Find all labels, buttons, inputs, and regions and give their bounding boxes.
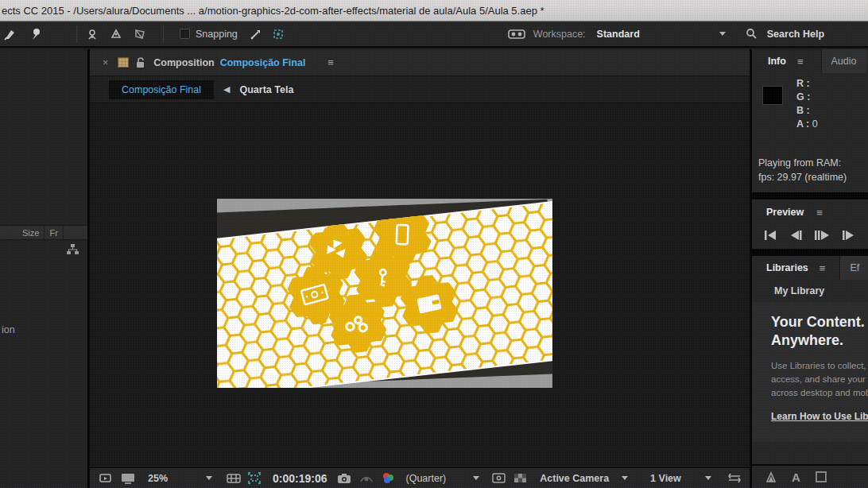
panel-icon bbox=[118, 57, 129, 68]
tab-libraries[interactable]: Libraries bbox=[766, 262, 808, 273]
color-swatch bbox=[762, 86, 783, 105]
libraries-menu-icon[interactable]: ≡ bbox=[820, 262, 826, 274]
next-frame-button[interactable] bbox=[841, 230, 855, 241]
grid-options-icon[interactable] bbox=[227, 473, 241, 484]
composition-name[interactable]: Composição Final bbox=[220, 57, 306, 68]
info-panel-header: Info ≡ Audio bbox=[752, 49, 868, 73]
unlock-icon[interactable] bbox=[135, 57, 145, 68]
current-timecode[interactable]: 0:00:19:06 bbox=[273, 472, 327, 485]
camera-orbit-tool-icon[interactable] bbox=[83, 26, 101, 42]
libraries-content: Your Content. Anywhere. Use Libraries to… bbox=[752, 302, 868, 442]
character-panel-icon[interactable]: A bbox=[792, 471, 800, 484]
camera-view-value[interactable]: Active Camera bbox=[540, 473, 609, 484]
composition-frame bbox=[217, 199, 552, 388]
panel-gap bbox=[752, 192, 868, 199]
libraries-body-line1: Use Libraries to collect, bbox=[771, 359, 868, 373]
composition-panel: × Composition Composição Final ≡ Composi… bbox=[90, 49, 750, 488]
pen-tool-icon[interactable] bbox=[2, 26, 19, 42]
workspace-value[interactable]: Standard bbox=[597, 29, 640, 40]
camera-dolly-tool-icon[interactable] bbox=[131, 26, 149, 42]
camera-view-caret[interactable] bbox=[622, 476, 628, 480]
view-layout-icon[interactable] bbox=[121, 473, 135, 484]
view-count-value[interactable]: 1 View bbox=[650, 473, 681, 484]
playback-status: Playing from RAM: bbox=[758, 157, 841, 168]
first-frame-button[interactable] bbox=[763, 230, 777, 241]
tab-info[interactable]: Info bbox=[768, 56, 786, 67]
composition-breadcrumb: Composição Final ◀ Quarta Tela bbox=[90, 76, 750, 103]
region-of-interest-icon[interactable] bbox=[247, 472, 262, 484]
info-panel-content: R : G : B : A : 0 Playing from RAM: fps:… bbox=[752, 73, 868, 192]
panel-menu-icon[interactable]: ≡ bbox=[327, 56, 334, 68]
snapping-label: Snapping bbox=[196, 29, 238, 40]
snapping-checkbox[interactable] bbox=[180, 29, 190, 39]
composition-viewport[interactable] bbox=[90, 103, 750, 467]
resolution-caret[interactable] bbox=[473, 476, 479, 480]
tab-audio[interactable]: Audio bbox=[821, 49, 866, 73]
previous-frame-button[interactable] bbox=[789, 230, 803, 241]
project-item-label-partial[interactable]: ion bbox=[2, 324, 15, 335]
project-columns-header: Size Fr bbox=[0, 225, 87, 240]
viewer-controls-bar: 25% 0:00:19:06 (Quarter) bbox=[90, 467, 750, 488]
breadcrumb-current-comp[interactable]: Composição Final bbox=[109, 80, 214, 99]
panel-title[interactable]: Composition bbox=[153, 57, 214, 68]
preview-panel-header: Preview ≡ bbox=[752, 199, 868, 225]
play-button[interactable] bbox=[814, 230, 830, 241]
mask-tool-icon[interactable] bbox=[765, 471, 777, 483]
libraries-heading-line2: Anywhere. bbox=[771, 331, 868, 350]
fast-previews-icon[interactable] bbox=[492, 473, 506, 483]
snap-bounds-icon[interactable] bbox=[269, 26, 287, 42]
snap-arrow-icon[interactable] bbox=[247, 26, 265, 42]
workspace-icon bbox=[508, 26, 525, 42]
library-selector[interactable]: My Library bbox=[752, 280, 868, 302]
search-icon[interactable] bbox=[743, 26, 761, 42]
column-framerate[interactable]: Fr bbox=[45, 226, 63, 239]
share-view-icon[interactable] bbox=[727, 473, 742, 483]
resolution-value[interactable]: (Quarter) bbox=[406, 473, 447, 484]
channel-a: A : 0 bbox=[796, 118, 818, 130]
search-help-label[interactable]: Search Help bbox=[767, 29, 824, 40]
libraries-body-line3: across desktop and mob bbox=[771, 386, 868, 400]
tab-effects-partial[interactable]: Ef bbox=[839, 256, 868, 280]
window-title: ects CC 2015 - /Users/alura/Documents ..… bbox=[0, 5, 544, 17]
libraries-panel-header: Libraries ≡ Ef bbox=[752, 256, 868, 280]
pan-behind-tool-icon[interactable] bbox=[27, 26, 45, 42]
workspace-label: Workspace: bbox=[533, 29, 586, 40]
view-count-caret[interactable] bbox=[705, 476, 711, 480]
channel-r: R : bbox=[796, 78, 810, 89]
info-menu-icon[interactable]: ≡ bbox=[797, 56, 804, 68]
show-channels-icon[interactable] bbox=[382, 472, 395, 484]
tab-preview[interactable]: Preview bbox=[766, 207, 804, 218]
right-panel-column: Info ≡ Audio R : G : B : A : 0 Playing f… bbox=[752, 49, 868, 488]
hierarchy-icon bbox=[65, 243, 79, 256]
title-bar: ects CC 2015 - /Users/alura/Documents ..… bbox=[0, 0, 868, 21]
breadcrumb-back-icon[interactable]: ◀ bbox=[223, 84, 230, 95]
tools-toolbar: Snapping Workspace: Standard Search Help bbox=[0, 21, 868, 48]
paragraph-panel-icon[interactable] bbox=[815, 471, 827, 483]
project-panel-sliver: Size Fr ion bbox=[0, 49, 87, 488]
panel-gap bbox=[752, 249, 868, 256]
close-icon[interactable]: × bbox=[103, 57, 108, 68]
channel-g: G : bbox=[796, 91, 810, 103]
magnification-value[interactable]: 25% bbox=[148, 473, 168, 484]
channel-b: B : bbox=[796, 105, 810, 116]
fps-status: fps: 29.97 (realtime) bbox=[758, 172, 847, 183]
preview-transport-controls bbox=[752, 225, 868, 249]
toolbar-divider bbox=[76, 25, 77, 43]
after-effects-window: ects CC 2015 - /Users/alura/Documents ..… bbox=[0, 0, 868, 488]
show-snapshot-icon[interactable] bbox=[359, 473, 374, 484]
composition-tab-bar: × Composition Composição Final ≡ bbox=[90, 49, 750, 76]
libraries-heading-line1: Your Content. bbox=[771, 313, 868, 331]
transparency-grid-icon[interactable] bbox=[513, 473, 527, 483]
column-size[interactable]: Size bbox=[17, 226, 45, 239]
camera-pan-tool-icon[interactable] bbox=[107, 26, 125, 42]
breadcrumb-parent-comp[interactable]: Quarta Tela bbox=[240, 84, 294, 95]
workspace-dropdown-caret[interactable] bbox=[719, 32, 726, 36]
libraries-body-line2: access, and share your bbox=[771, 373, 868, 386]
learn-how-link[interactable]: Learn How to Use Librari bbox=[771, 411, 868, 422]
always-preview-icon[interactable] bbox=[99, 473, 113, 484]
toolbar-divider bbox=[163, 25, 164, 43]
snapshot-icon[interactable] bbox=[337, 473, 351, 484]
right-column-footer: A bbox=[752, 464, 868, 488]
preview-menu-icon[interactable]: ≡ bbox=[816, 207, 823, 219]
magnification-caret[interactable] bbox=[206, 476, 212, 480]
